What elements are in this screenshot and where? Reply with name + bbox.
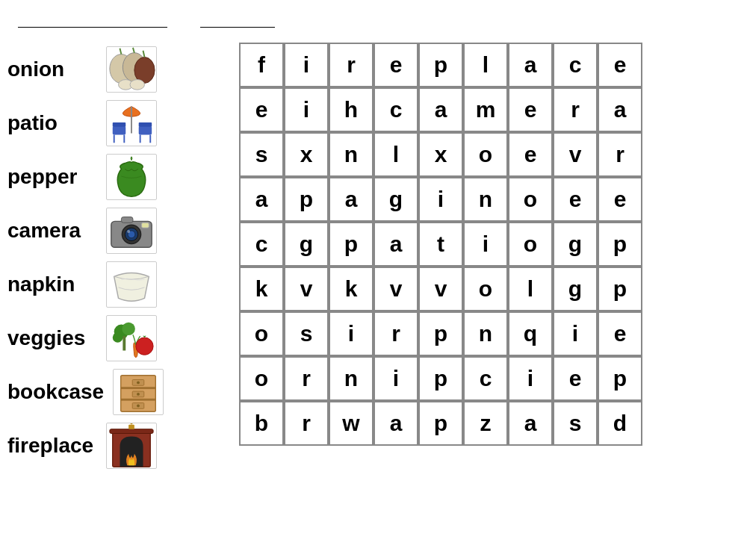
grid-cell-7-7[interactable]: e xyxy=(553,356,598,401)
word-item-fireplace: fireplace xyxy=(7,419,209,473)
grid-cell-3-6[interactable]: o xyxy=(508,177,553,222)
svg-point-7 xyxy=(130,80,144,90)
grid-cell-3-0[interactable]: a xyxy=(239,177,284,222)
grid-cell-2-2[interactable]: n xyxy=(329,132,374,177)
grid-cell-4-0[interactable]: c xyxy=(239,222,284,267)
word-image-patio xyxy=(106,100,157,146)
name-field xyxy=(15,13,167,28)
header xyxy=(0,0,747,35)
grid-cell-0-3[interactable]: e xyxy=(374,43,418,87)
grid-cell-5-0[interactable]: k xyxy=(239,267,284,311)
grid-cell-2-3[interactable]: l xyxy=(374,132,418,177)
main-content: onion patio pepper xyxy=(0,35,747,473)
grid-cell-5-3[interactable]: v xyxy=(374,267,418,311)
grid-cell-3-5[interactable]: n xyxy=(463,177,508,222)
grid-cell-8-5[interactable]: z xyxy=(463,401,508,446)
grid-cell-1-5[interactable]: m xyxy=(463,87,508,132)
grid-cell-8-4[interactable]: p xyxy=(418,401,463,446)
grid-cell-6-0[interactable]: o xyxy=(239,311,284,356)
grid-cell-5-2[interactable]: k xyxy=(329,267,374,311)
grid-cell-7-0[interactable]: o xyxy=(239,356,284,401)
grid-cell-1-6[interactable]: e xyxy=(508,87,553,132)
grid-cell-0-1[interactable]: i xyxy=(284,43,329,87)
grid-cell-1-1[interactable]: i xyxy=(284,87,329,132)
grid-cell-1-0[interactable]: e xyxy=(239,87,284,132)
grid-cell-4-2[interactable]: p xyxy=(329,222,374,267)
grid-cell-8-0[interactable]: b xyxy=(239,401,284,446)
grid-cell-6-7[interactable]: i xyxy=(553,311,598,356)
grid-cell-7-3[interactable]: i xyxy=(374,356,418,401)
grid-cell-1-3[interactable]: c xyxy=(374,87,418,132)
grid-cell-4-6[interactable]: o xyxy=(508,222,553,267)
svg-rect-14 xyxy=(139,122,152,127)
grid-cell-3-7[interactable]: e xyxy=(553,177,598,222)
grid-cell-0-4[interactable]: p xyxy=(418,43,463,87)
grid-cell-0-0[interactable]: f xyxy=(239,43,284,87)
grid-cell-3-3[interactable]: g xyxy=(374,177,418,222)
word-image-bookcase xyxy=(113,369,164,415)
grid-cell-4-7[interactable]: g xyxy=(553,222,598,267)
grid-cell-3-8[interactable]: e xyxy=(598,177,642,222)
grid-cell-7-4[interactable]: p xyxy=(418,356,463,401)
grid-cell-6-4[interactable]: p xyxy=(418,311,463,356)
grid-cell-8-3[interactable]: a xyxy=(374,401,418,446)
grid-cell-5-7[interactable]: g xyxy=(553,267,598,311)
grid-cell-8-6[interactable]: a xyxy=(508,401,553,446)
grid-cell-0-8[interactable]: e xyxy=(598,43,642,87)
grid-cell-3-4[interactable]: i xyxy=(418,177,463,222)
grid-cell-6-8[interactable]: e xyxy=(598,311,642,356)
grid-cell-6-5[interactable]: n xyxy=(463,311,508,356)
svg-rect-39 xyxy=(110,429,153,434)
grid-cell-5-4[interactable]: v xyxy=(418,267,463,311)
grid-cell-2-1[interactable]: x xyxy=(284,132,329,177)
word-label-pepper: pepper xyxy=(7,165,97,189)
grid-cell-4-8[interactable]: p xyxy=(598,222,642,267)
grid-cell-1-4[interactable]: a xyxy=(418,87,463,132)
grid-cell-5-8[interactable]: p xyxy=(598,267,642,311)
grid-cell-6-6[interactable]: q xyxy=(508,311,553,356)
grid-cell-2-5[interactable]: o xyxy=(463,132,508,177)
svg-line-4 xyxy=(133,48,134,53)
grid-cell-1-2[interactable]: h xyxy=(329,87,374,132)
grid-cell-2-8[interactable]: r xyxy=(598,132,642,177)
date-input-line xyxy=(200,13,275,28)
grid-cell-5-5[interactable]: o xyxy=(463,267,508,311)
grid-cell-6-3[interactable]: r xyxy=(374,311,418,356)
grid-cell-2-7[interactable]: v xyxy=(553,132,598,177)
grid-cell-8-7[interactable]: s xyxy=(553,401,598,446)
grid-cell-3-1[interactable]: p xyxy=(284,177,329,222)
grid-cell-7-6[interactable]: i xyxy=(508,356,553,401)
grid-cell-3-2[interactable]: a xyxy=(329,177,374,222)
grid-cell-4-4[interactable]: t xyxy=(418,222,463,267)
grid-cell-2-6[interactable]: e xyxy=(508,132,553,177)
grid-cell-4-5[interactable]: i xyxy=(463,222,508,267)
grid-cell-1-8[interactable]: a xyxy=(598,87,642,132)
grid-cell-0-2[interactable]: r xyxy=(329,43,374,87)
grid-cell-8-1[interactable]: r xyxy=(284,401,329,446)
grid-cell-0-5[interactable]: l xyxy=(463,43,508,87)
word-label-veggies: veggies xyxy=(7,326,97,350)
grid-cell-7-5[interactable]: c xyxy=(463,356,508,401)
grid-cell-2-4[interactable]: x xyxy=(418,132,463,177)
svg-rect-10 xyxy=(113,122,125,127)
grid-cell-6-2[interactable]: i xyxy=(329,311,374,356)
grid-cell-4-3[interactable]: a xyxy=(374,222,418,267)
grid-cell-0-6[interactable]: a xyxy=(508,43,553,87)
svg-point-25 xyxy=(122,323,134,335)
grid-cell-8-2[interactable]: w xyxy=(329,401,374,446)
word-label-onion: onion xyxy=(7,57,97,81)
grid-cell-7-1[interactable]: r xyxy=(284,356,329,401)
grid-cell-4-1[interactable]: g xyxy=(284,222,329,267)
grid-cell-2-0[interactable]: s xyxy=(239,132,284,177)
grid-cell-5-6[interactable]: l xyxy=(508,267,553,311)
grid-cell-7-2[interactable]: n xyxy=(329,356,374,401)
grid-cell-5-1[interactable]: v xyxy=(284,267,329,311)
grid-cell-8-8[interactable]: d xyxy=(598,401,642,446)
grid-cell-7-8[interactable]: p xyxy=(598,356,642,401)
svg-rect-30 xyxy=(121,387,156,389)
grid-cell-1-7[interactable]: r xyxy=(553,87,598,132)
grid-cell-6-1[interactable]: s xyxy=(284,311,329,356)
grid-cell-0-7[interactable]: c xyxy=(553,43,598,87)
word-item-onion: onion xyxy=(7,43,209,96)
svg-point-35 xyxy=(137,393,140,396)
